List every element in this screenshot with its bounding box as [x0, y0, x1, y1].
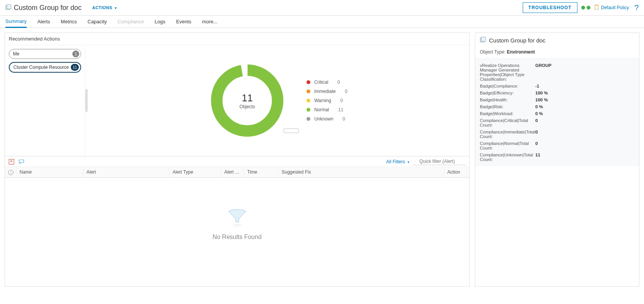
property-value: 0 %: [535, 111, 543, 116]
svg-rect-8: [481, 37, 486, 41]
legend-label: Normal: [314, 107, 329, 112]
col-alert-subtype[interactable]: Alert Subt...: [221, 167, 244, 177]
property-row: Compliance|Unknown|Total Count:11: [480, 151, 634, 163]
property-value: 0 %: [535, 104, 543, 109]
page-title: Custom Group for doc: [14, 4, 82, 12]
legend-label: Immediate: [314, 89, 336, 94]
property-key: Compliance|Unknown|Total Count:: [480, 153, 535, 162]
property-key: Compliance|Critical|Total Count:: [480, 118, 535, 127]
chip-count: 1: [72, 50, 79, 57]
vertical-scrollbar[interactable]: [85, 89, 88, 112]
property-key: Badge|Risk:: [480, 104, 535, 109]
chip-count: 11: [71, 64, 79, 71]
property-key: Compliance|Normal|Total Count:: [480, 141, 535, 150]
property-row: Badge|Workload:0 %: [480, 110, 634, 117]
chart-legend: Critical 0 Immediate 0 Warning 0: [307, 80, 347, 122]
property-value: -1: [535, 84, 539, 88]
troubleshoot-button[interactable]: TROUBLESHOOT: [523, 2, 577, 13]
col-name[interactable]: Name: [16, 167, 83, 177]
property-value: GROUP: [535, 63, 551, 81]
actions-dropdown[interactable]: ACTIONS ▾: [92, 5, 117, 10]
legend-label: Critical: [314, 80, 328, 85]
property-value: 0: [535, 141, 538, 150]
side-panel-title: Custom Group for doc: [489, 37, 546, 44]
legend-value: 0: [342, 116, 345, 122]
legend-dot-icon: [307, 80, 310, 84]
no-results-text: No Results Found: [212, 234, 261, 241]
property-row: Compliance|Immediate|Total Count:0: [480, 128, 634, 140]
all-filters-dropdown[interactable]: All Filters ▾: [386, 159, 409, 164]
property-row: Badge|Health:100 %: [480, 96, 634, 103]
legend-normal: Normal 11: [307, 107, 347, 112]
tab-metrics[interactable]: Metrics: [61, 16, 77, 28]
chart-slider-thumb[interactable]: [284, 128, 299, 133]
property-value: 11: [535, 153, 540, 162]
legend-warning: Warning 0: [307, 98, 347, 103]
clear-alert-icon[interactable]: ✕: [8, 158, 15, 165]
legend-dot-icon: [307, 117, 310, 121]
property-row: Badge|Compliance:-1: [480, 83, 634, 89]
legend-dot-icon: [307, 99, 310, 102]
donut-center-value: 11: [240, 92, 255, 104]
donut-center-label: Objects: [240, 104, 255, 109]
tab-logs[interactable]: Logs: [155, 16, 165, 28]
property-key: vRealize Operations Manager Generated Pr…: [480, 63, 535, 81]
legend-critical: Critical 0: [307, 80, 347, 85]
tab-alerts[interactable]: Alerts: [37, 16, 50, 28]
property-value: 100 %: [535, 91, 548, 95]
col-action[interactable]: Action: [444, 167, 469, 177]
legend-label: Warning: [314, 98, 331, 103]
no-results-placeholder: No Results Found: [5, 178, 469, 286]
object-type-value: Environment: [507, 49, 535, 55]
legend-label: Unknown: [314, 116, 333, 122]
all-filters-label: All Filters: [386, 159, 405, 164]
objects-donut-chart: 11 Objects: [207, 60, 287, 141]
health-dot-icon: [587, 6, 590, 10]
tab-events[interactable]: Events: [176, 16, 191, 28]
object-type-label: Object Type:: [480, 49, 505, 55]
health-dot-icon: [581, 6, 585, 10]
alert-chat-icon[interactable]: [18, 158, 25, 165]
tab-compliance: Compliance: [117, 16, 144, 28]
svg-rect-3: [595, 5, 598, 6]
property-value: 100 %: [535, 98, 548, 102]
legend-value: 11: [338, 107, 343, 112]
property-value: 0: [535, 118, 538, 127]
policy-label: Default Policy: [601, 5, 629, 10]
status-indicators: [581, 6, 590, 10]
col-suggested-fix[interactable]: Suggested Fix: [279, 167, 444, 177]
chip-label: Me: [13, 51, 20, 57]
filter-chip-cluster[interactable]: Cluster Compute Resource 11: [9, 62, 81, 73]
filter-chip-me[interactable]: Me 1: [9, 49, 81, 59]
recommended-actions-title: Recommended Actions: [5, 33, 469, 45]
property-key: Compliance|Immediate|Total Count:: [480, 130, 535, 139]
col-status-icon[interactable]: !: [5, 167, 16, 177]
group-icon: [480, 37, 486, 44]
property-key: Badge|Health:: [480, 98, 535, 102]
policy-link[interactable]: Default Policy: [594, 5, 629, 11]
chip-label: Cluster Compute Resource: [13, 65, 69, 70]
chevron-down-icon: ▾: [115, 6, 117, 10]
col-alert-type[interactable]: Alert Type: [170, 167, 221, 177]
col-alert[interactable]: Alert: [83, 167, 170, 177]
chevron-down-icon: ▾: [408, 160, 409, 164]
legend-dot-icon: [307, 89, 310, 93]
legend-dot-icon: [307, 108, 310, 112]
help-icon[interactable]: ?: [634, 3, 639, 12]
property-key: Badge|Workload:: [480, 111, 535, 116]
legend-value: 0: [345, 89, 347, 94]
property-row: Compliance|Critical|Total Count:0: [480, 117, 634, 128]
property-key: Badge|Compliance:: [480, 84, 535, 88]
svg-point-6: [233, 224, 241, 226]
col-time[interactable]: Time: [244, 167, 279, 177]
policy-icon: [594, 5, 600, 11]
property-row: vRealize Operations Manager Generated Pr…: [480, 62, 634, 83]
tab-capacity[interactable]: Capacity: [88, 16, 107, 28]
quick-filter-input[interactable]: [412, 158, 466, 165]
funnel-icon: [226, 208, 249, 228]
property-row: Badge|Risk:0 %: [480, 103, 634, 110]
tab-more[interactable]: more...: [202, 16, 217, 28]
tab-summary[interactable]: Summary: [5, 16, 27, 28]
property-key: Badge|Efficiency:: [480, 91, 535, 95]
legend-value: 0: [337, 80, 340, 85]
